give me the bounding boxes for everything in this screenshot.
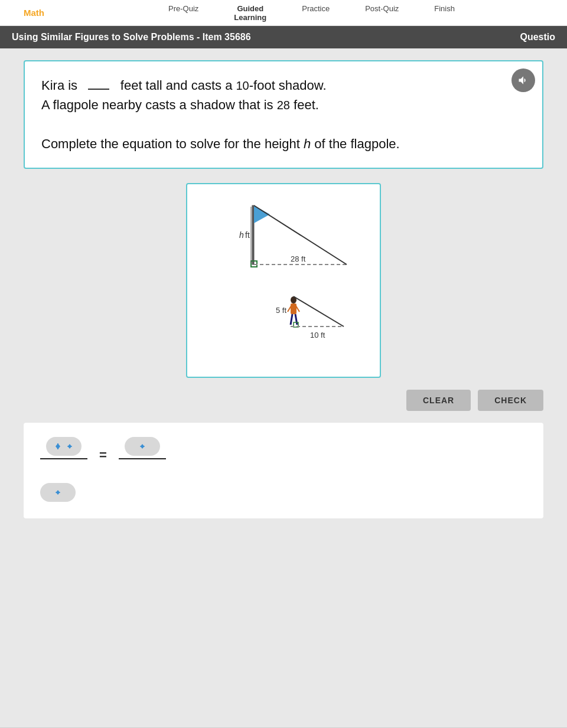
- equals-sign: =: [97, 448, 109, 463]
- nav-math-label[interactable]: Math: [24, 8, 44, 18]
- svg-line-17: [294, 296, 344, 327]
- nav-steps: Pre-Quiz GuidedLearning Practice Post-Qu…: [80, 4, 543, 22]
- title-bar: Using Similar Figures to Solve Problems …: [0, 26, 567, 48]
- svg-rect-0: [252, 205, 254, 265]
- diagram-box: h ft 28 ft: [186, 183, 381, 378]
- nav-step-practice[interactable]: Practice: [302, 4, 330, 22]
- svg-rect-10: [291, 303, 296, 314]
- question-indicator: Questio: [520, 32, 555, 43]
- svg-text:10 ft: 10 ft: [310, 331, 325, 339]
- button-row: CLEAR CHECK: [24, 390, 543, 411]
- svg-line-11: [291, 314, 292, 325]
- fraction-line-left: [40, 458, 87, 459]
- audio-button[interactable]: [511, 68, 535, 92]
- svg-line-12: [295, 314, 297, 325]
- fraction-bottom-row: [40, 483, 527, 502]
- svg-text:5 ft: 5 ft: [276, 306, 286, 315]
- clear-button[interactable]: CLEAR: [406, 390, 471, 411]
- page-title: Using Similar Figures to Solve Problems …: [12, 32, 251, 43]
- check-button[interactable]: CHECK: [478, 390, 543, 411]
- diagram-container: h ft 28 ft: [24, 183, 543, 378]
- nav-step-prequiz[interactable]: Pre-Quiz: [168, 4, 198, 22]
- nav-step-finish[interactable]: Finish: [434, 4, 455, 22]
- diagram-svg: h ft 28 ft: [199, 194, 370, 365]
- fraction-right: [119, 437, 166, 474]
- svg-text:ft: ft: [245, 230, 250, 240]
- spinner-1[interactable]: [46, 437, 82, 456]
- spinner-3[interactable]: [40, 483, 76, 502]
- fraction-left: [40, 437, 87, 474]
- nav-step-guided[interactable]: GuidedLearning: [234, 4, 266, 22]
- svg-text:h: h: [239, 230, 244, 240]
- nav-step-postquiz[interactable]: Post-Quiz: [365, 4, 399, 22]
- question-box: Kira is feet tall and casts a 10-foot sh…: [24, 60, 543, 169]
- main-content: Kira is feet tall and casts a 10-foot sh…: [0, 48, 567, 727]
- spinner-2[interactable]: [125, 437, 160, 456]
- equation-box: =: [24, 423, 543, 518]
- top-nav: Math Pre-Quiz GuidedLearning Practice Po…: [0, 0, 567, 26]
- fraction-bottom: [40, 483, 76, 502]
- fraction-top-row: =: [40, 437, 527, 474]
- svg-text:28 ft: 28 ft: [291, 254, 306, 263]
- question-text: Kira is feet tall and casts a 10-foot sh…: [41, 76, 526, 154]
- fraction-line-right: [119, 458, 166, 459]
